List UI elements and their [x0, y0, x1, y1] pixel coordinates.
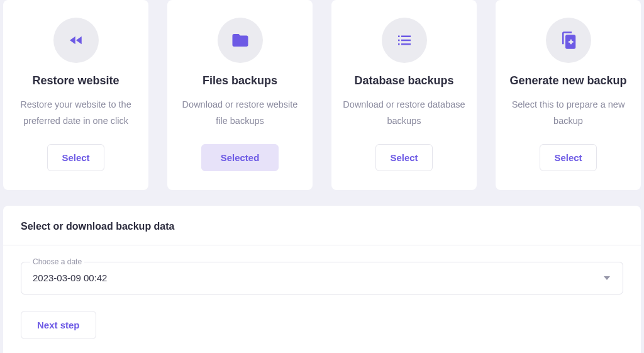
- rewind-icon: [53, 18, 99, 63]
- card-title: Files backups: [203, 74, 277, 87]
- card-database-backups: Database backups Download or restore dat…: [331, 0, 477, 190]
- select-button[interactable]: Select: [375, 144, 432, 171]
- card-files-backups: Files backups Download or restore websit…: [167, 0, 313, 190]
- date-select-label: Choose a date: [30, 257, 84, 266]
- panel-header: Select or download backup data: [3, 206, 641, 245]
- panel-title: Select or download backup data: [21, 221, 623, 232]
- date-select-value: 2023-03-09 00:42: [33, 272, 107, 283]
- card-title: Generate new backup: [509, 74, 626, 87]
- card-title: Restore website: [32, 74, 119, 87]
- folder-icon: [218, 18, 263, 63]
- select-button[interactable]: Select: [540, 144, 596, 171]
- generate-icon: [546, 18, 591, 63]
- next-step-button[interactable]: Next step: [21, 311, 96, 339]
- panel-body: Choose a date 2023-03-09 00:42 Next step: [3, 245, 641, 339]
- backup-data-panel: Select or download backup data Choose a …: [3, 206, 641, 353]
- card-desc: Download or restore website file backups: [179, 96, 301, 129]
- selected-button[interactable]: Selected: [201, 144, 279, 171]
- list-icon: [382, 18, 427, 63]
- card-title: Database backups: [354, 74, 453, 87]
- card-restore-website: Restore website Restore your website to …: [3, 0, 148, 190]
- card-generate-backup: Generate new backup Select this to prepa…: [496, 0, 641, 190]
- card-desc: Download or restore database backups: [343, 96, 465, 129]
- chevron-down-icon: [604, 276, 610, 280]
- card-desc: Select this to prepare a new backup: [507, 96, 630, 129]
- date-select[interactable]: Choose a date 2023-03-09 00:42: [21, 262, 623, 294]
- select-button[interactable]: Select: [47, 144, 104, 171]
- card-desc: Restore your website to the preferred da…: [14, 96, 137, 129]
- backup-options-row: Restore website Restore your website to …: [0, 0, 644, 206]
